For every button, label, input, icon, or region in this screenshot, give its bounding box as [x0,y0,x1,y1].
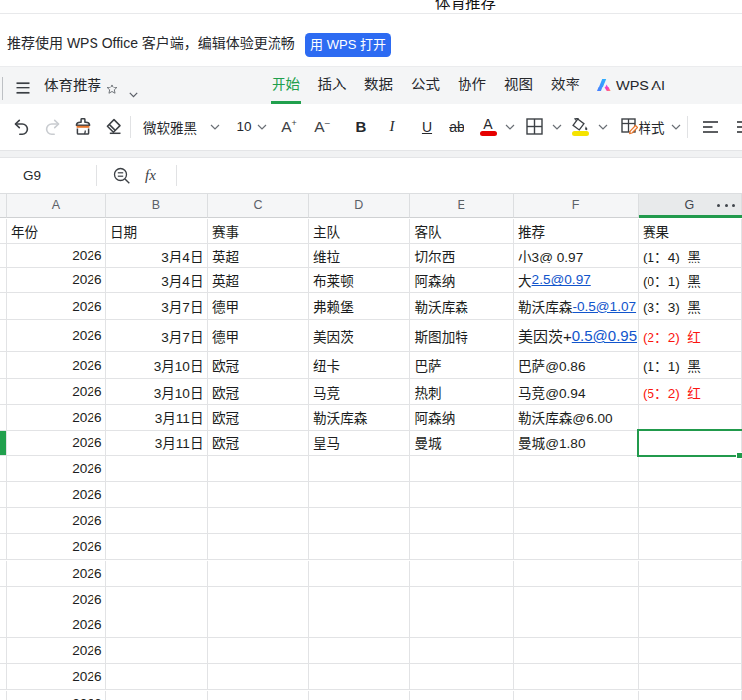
cell-A3[interactable]: 2026 [7,268,106,294]
cell-C19[interactable] [208,691,309,700]
cell-E8[interactable]: 阿森纳 [410,405,514,431]
cell-E9[interactable]: 曼城 [410,431,514,456]
title-chevron-down-icon[interactable] [129,85,138,102]
cell-G12[interactable] [639,508,742,534]
cell-D16[interactable] [309,612,411,638]
cell-F10[interactable] [514,456,639,482]
cell-F7[interactable]: 马竞@0.94 [514,379,639,405]
cell-E19[interactable] [410,691,514,700]
cell-E11[interactable] [410,482,514,508]
format-painter-icon[interactable] [73,104,93,150]
ribbon-tab-6[interactable]: 视图 [504,67,533,105]
cell-C12[interactable] [208,508,309,534]
clear-format-icon[interactable] [102,104,122,150]
open-in-wps-button[interactable]: 用 WPS 打开 [305,33,391,57]
cell-C6[interactable]: 欧冠 [208,352,309,379]
cell-B15[interactable] [106,587,208,612]
cell-C16[interactable] [208,612,309,638]
cell-E10[interactable] [410,456,514,482]
insert-function-icon[interactable]: fx [145,158,156,193]
ribbon-tab-4[interactable]: 公式 [411,67,440,105]
cell-C9[interactable]: 欧冠 [208,431,309,456]
cell-E14[interactable] [410,561,514,587]
cell-A9[interactable]: 2026 [7,431,106,456]
cell-B14[interactable] [106,561,208,587]
cell-F13[interactable] [514,534,639,560]
undo-icon[interactable] [11,104,31,150]
cell-F5[interactable]: 美因茨+0.5@0.95 [514,320,639,352]
cell-B5[interactable]: 3月7日 [106,320,208,352]
cell-E6[interactable]: 巴萨 [410,352,514,379]
chevron-down-icon[interactable] [670,104,682,150]
recommendation-link[interactable]: 0.5@0.95 [572,327,637,344]
font-size-select[interactable]: 10 [236,104,252,150]
cell-E4[interactable]: 勒沃库森 [410,293,514,320]
cell-G19[interactable] [639,691,742,700]
cell-C18[interactable] [208,664,309,690]
more-columns-icon[interactable] [717,204,735,207]
cell-B19[interactable] [106,691,208,700]
cell-A18[interactable]: 2026 [7,664,106,690]
cell-D8[interactable]: 勒沃库森 [309,405,411,431]
align-center-icon[interactable] [734,104,742,150]
cell-E3[interactable]: 阿森纳 [410,268,514,294]
ribbon-tab-3[interactable]: 数据 [364,67,393,105]
cell-B11[interactable] [106,482,208,508]
cell-style-icon[interactable] [620,104,638,150]
cell-E12[interactable] [410,508,514,534]
ribbon-tab-1[interactable]: 开始 [272,67,300,105]
cell-G6[interactable]: (1：1) 黑 [639,352,742,379]
cell-G16[interactable] [639,612,742,638]
cell-A8[interactable]: 2026 [7,405,106,431]
cell-G17[interactable] [639,638,742,664]
increase-font-icon[interactable]: A+ [279,104,299,150]
cell-A11[interactable]: 2026 [7,482,106,508]
formula-input[interactable] [185,158,742,193]
cell-B17[interactable] [106,638,208,664]
cell-F4[interactable]: 勒沃库森-0.5@1.07 [514,293,639,320]
cell-D5[interactable]: 美因茨 [309,320,411,352]
cell-G4[interactable]: (3：3) 黑 [639,293,742,320]
cell-B12[interactable] [106,508,208,534]
chevron-down-icon[interactable] [209,104,221,150]
cell-F3[interactable]: 大2.5@0.97 [514,268,639,294]
wps-ai-button[interactable]: WPS AI [597,67,665,105]
cell-A7[interactable]: 2026 [7,379,106,405]
cell-C10[interactable] [208,456,309,482]
ribbon-tab-5[interactable]: 协作 [458,67,486,105]
cell-A15[interactable]: 2026 [7,587,106,612]
cell-G13[interactable] [639,534,742,560]
col-header-E[interactable]: E [410,193,514,218]
cell-E5[interactable]: 斯图加特 [410,320,514,352]
align-left-icon[interactable] [700,104,720,150]
bold-button[interactable]: B [354,104,368,150]
cell-B4[interactable]: 3月7日 [106,293,208,320]
cell-B9[interactable]: 3月11日 [106,431,208,456]
chevron-down-icon[interactable] [504,104,516,150]
recommendation-link[interactable]: 2.5@0.97 [532,272,591,287]
cell-D7[interactable]: 马竞 [309,379,411,405]
cell-F12[interactable] [514,508,639,534]
cell-B7[interactable]: 3月10日 [106,379,208,405]
cell-D2[interactable]: 维拉 [309,244,411,268]
strikethrough-button[interactable]: ab [448,104,465,150]
cell-B8[interactable]: 3月11日 [106,405,208,431]
cell-E16[interactable] [410,612,514,638]
cell-C4[interactable]: 德甲 [208,293,309,320]
cell-E1[interactable]: 客队 [410,219,514,244]
chevron-down-icon[interactable] [551,104,563,150]
fill-color-icon[interactable] [570,104,590,150]
cell-G7[interactable]: (5：2) 红 [639,379,742,405]
cell-F8[interactable]: 勒沃库森@6.00 [514,405,639,431]
cell-B13[interactable] [106,534,208,560]
cell-D15[interactable] [309,587,411,612]
ribbon-tab-2[interactable]: 插入 [318,67,347,105]
cell-A4[interactable]: 2026 [7,293,106,320]
cell-C3[interactable]: 英超 [208,268,309,294]
cell-D12[interactable] [309,508,411,534]
cell-D19[interactable] [309,691,411,700]
recommendation-link[interactable]: -0.5@1.07 [572,299,636,314]
cell-D11[interactable] [309,482,411,508]
cell-C17[interactable] [208,638,309,664]
cell-F11[interactable] [514,482,639,508]
